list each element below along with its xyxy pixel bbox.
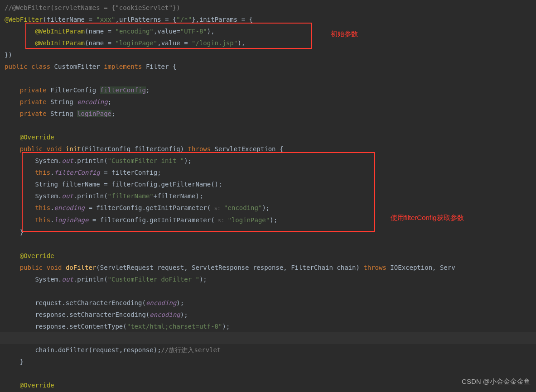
code-line: } [0,356,536,368]
code-line: @Override [0,250,536,262]
code-line: this.filterConfig = filterConfig; [0,167,536,178]
code-line: public void init(FilterConfig filterConf… [0,143,536,155]
code-line: String filterName = filterConfig.getFilt… [0,178,536,190]
annotation-label-filter-config: 使用filterConfig获取参数 [391,212,464,224]
watermark: CSDN @小金金金金鱼 [462,376,531,387]
code-line: response.setCharacterEncoding(encoding); [0,309,536,320]
code-line: @WebInitParam(name = "encoding",value="U… [0,25,536,37]
code-line [0,285,536,297]
code-line: private String loginPage; [0,108,536,120]
code-line [0,368,536,379]
code-line: public class CustomFilter implements Fil… [0,61,536,72]
code-line: @Override [0,379,536,391]
code-editor[interactable]: //@WebFilter(servletNames = {"cookieServ… [0,2,536,391]
code-line: System.out.println("filterName"+filterNa… [0,190,536,202]
code-line: } [0,226,536,238]
code-line: //@WebFilter(servletNames = {"cookieServ… [0,2,536,14]
code-line: @Override [0,131,536,143]
code-line: System.out.println("CustomFilter init ")… [0,155,536,167]
code-line [0,120,536,131]
code-line: response.setContentType("text/html;chars… [0,320,536,332]
code-line: private String encoding; [0,96,536,108]
param-hint: s: [215,217,228,224]
code-line [0,72,536,84]
code-line [0,238,536,250]
code-line: System.out.println("CustomFilter doFilte… [0,273,536,285]
code-line: chain.doFilter(request,response);//放行进入s… [0,344,536,356]
code-line: public void doFilter(ServletRequest requ… [0,262,536,273]
code-line: @WebFilter(filterName = "xxx",urlPattern… [0,14,536,25]
code-line: }) [0,49,536,61]
code-line: request.setCharacterEncoding(encoding); [0,297,536,309]
param-hint: s: [211,205,224,211]
code-line: private FilterConfig filterConfig; [0,84,536,96]
annotation-label-init-params: 初始参数 [331,28,358,40]
code-line: @WebInitParam(name = "loginPage",value =… [0,37,536,49]
code-line-caret [0,332,536,344]
